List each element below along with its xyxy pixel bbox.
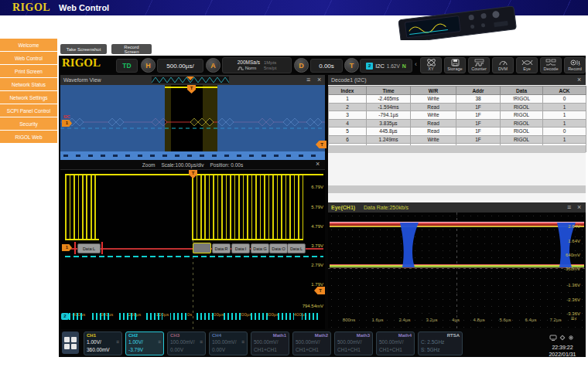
trigger-source-badge: 2	[366, 63, 373, 70]
system-icons	[549, 335, 576, 341]
zoom-title: Zoom	[142, 162, 156, 168]
cell-index: 4	[329, 119, 367, 128]
col-header-addr: Addr	[456, 87, 501, 95]
take-screenshot-button[interactable]: Take Screenshot	[60, 44, 107, 54]
acq-mode-icon	[238, 66, 244, 70]
ch3-status-box[interactable]: CH3 100.00mV/ = 0.00V	[167, 332, 206, 355]
zoom-decode1-badge[interactable]: 1	[62, 244, 72, 251]
sidebar-item-security[interactable]: Security	[0, 117, 57, 130]
ch3-coupling-icon: =	[200, 339, 203, 345]
math3-status-box[interactable]: Math3 500.00mV/ CH1+CH1	[334, 332, 373, 355]
decode-button[interactable]: Decode	[540, 57, 562, 73]
table-row[interactable]: 2-1.594msRead1FRIGOL1	[329, 103, 586, 111]
horizontal-knob[interactable]: H	[141, 58, 156, 73]
eye-t-label: 7.2µs	[545, 318, 566, 322]
gear-icon	[560, 335, 565, 340]
cell-wr: Read	[411, 103, 456, 111]
timebase-value[interactable]: 500.00µs/	[157, 59, 203, 73]
scale-label-2: 5.79V	[299, 205, 323, 209]
table-row[interactable]: 61.249msWrite1FRIGOL1	[329, 135, 586, 144]
eye-collapse-icon[interactable]: ≡‹	[571, 315, 576, 322]
eye-button[interactable]: Eye	[516, 57, 538, 73]
zoom-panel-body[interactable]: T 6.79V 5.79V 4.79V 3.79V 2.79V 1.79V 79…	[60, 169, 325, 329]
table-row[interactable]: 5445.8µsRead1FRIGOL0	[329, 128, 586, 136]
acquire-knob[interactable]: A	[206, 58, 220, 73]
waveform-navigator[interactable]	[152, 76, 229, 83]
math3-name: Math3	[357, 333, 370, 338]
math2-status-box[interactable]: Math2 500.00mV/ CH1+CH1	[292, 332, 331, 355]
trigger-info[interactable]: 2 I2C 1.62V N	[360, 59, 412, 73]
acq-mode: Norm	[245, 66, 257, 71]
trigger-level: 1.62V	[387, 63, 400, 69]
record-button[interactable]: Record	[564, 57, 586, 73]
xy-button[interactable]: XY	[420, 57, 442, 73]
delay-value[interactable]: 0.00s	[310, 59, 343, 73]
ch2-bottom-activity	[65, 313, 323, 320]
math2-scale: 500.00mV/	[296, 339, 320, 345]
sidebar-item-label: Security	[19, 121, 37, 127]
bus-protocol-label: I2C	[63, 114, 70, 119]
math4-scale: 500.00mV/	[379, 339, 403, 345]
eye-icon	[521, 59, 533, 66]
waveform-view-close-icon[interactable]: ×	[317, 76, 321, 83]
toolbar-scroll-right-icon[interactable]: ›	[578, 61, 580, 68]
cell-data: RIGOL	[501, 135, 543, 144]
sidebar-item-welcome[interactable]: Welcome	[0, 39, 57, 51]
eye-panel-close-icon[interactable]: ×	[577, 204, 581, 211]
sidebar-item-web-control[interactable]: Web Control	[0, 52, 57, 64]
math1-name: Math1	[273, 333, 286, 338]
eye-t-label: 800ns	[339, 318, 359, 322]
table-row[interactable]: 43.835µsRead1FRIGOL1	[329, 119, 586, 128]
trigger-type: I2C	[375, 63, 385, 70]
acquire-info[interactable]: 200MSa/s Norm 1Mpts 5ns/pt	[222, 57, 292, 73]
sidebar-item-rigol-web[interactable]: RIGOL Web	[0, 131, 57, 143]
col-header-data: Data	[501, 87, 543, 95]
math3-scale: 500.00mV/	[337, 339, 361, 345]
ch2-coupling-icon: =	[158, 339, 161, 345]
sidebar-item-scpi-panel-control[interactable]: SCPI Panel Control	[0, 104, 57, 117]
sidebar-item-label: Web Control	[15, 56, 43, 61]
zoom-trigger-level-tag[interactable]: T	[314, 287, 325, 294]
trigger-knob[interactable]: T	[344, 58, 359, 73]
cell-wr: Write	[411, 111, 456, 120]
channel-menu-button[interactable]	[62, 332, 79, 354]
counter-button[interactable]: Counter	[468, 57, 490, 73]
decode-data-box: Data:O	[269, 243, 288, 253]
ch2-status-box[interactable]: CH2 1.00V/ = -3.79V	[125, 332, 164, 355]
decode-panel-close-icon[interactable]: ×	[577, 76, 581, 83]
cell-data: RIGOL	[501, 103, 543, 111]
math1-scale: 500.00mV/	[254, 339, 278, 345]
ch2-name: CH2	[128, 333, 138, 338]
eye-panel-body[interactable]: 2.64V 1.64V 640mV -360mV -1.36V -2.36V -…	[328, 212, 586, 328]
ch3-offset: 0.00V	[170, 347, 183, 352]
scale-label-6: 1.79V	[299, 282, 323, 287]
math1-status-box[interactable]: Math1 500.00mV/ CH1+CH1	[251, 332, 289, 355]
waveform-view-menu-icon[interactable]: ≡	[306, 76, 310, 83]
ch1-burst-center	[192, 175, 303, 239]
storage-button[interactable]: Storage	[444, 57, 466, 73]
zoom-panel-close-icon[interactable]: ×	[316, 161, 320, 168]
oscilloscope-product-image	[385, 6, 540, 40]
record-screen-button[interactable]: Record Screen	[111, 44, 152, 54]
ch2-badge[interactable]: 2	[61, 313, 69, 320]
table-row[interactable]: 3-794.1µsWrite1FRIGOL1	[329, 111, 586, 120]
sidebar-item-network-settings[interactable]: Network Settings	[0, 91, 57, 104]
eye-panel-title: Eye(CH1)	[331, 205, 355, 210]
math4-status-box[interactable]: Math4 500.00mV/ CH1+CH1	[376, 332, 415, 355]
rtsa-status-box[interactable]: RTSA C: 2.5GHz S: 5GHz	[418, 332, 463, 355]
waveform-view-body[interactable]: I2C 1 T T	[60, 85, 325, 160]
table-row[interactable]: 1-2.465msWrite38!RIGOL0	[329, 95, 586, 104]
eye-panel-menu-icon[interactable]: ≡	[567, 204, 571, 211]
counter-icon	[473, 59, 485, 66]
dvm-button[interactable]: DVM	[492, 57, 514, 73]
eye-v-label: -1.36V	[559, 283, 580, 287]
ch4-status-box[interactable]: CH4 100.00mV/ = 0.00V	[209, 332, 248, 355]
sidebar-item-network-status[interactable]: Network Status	[0, 78, 57, 90]
toolbar-scroll-left-icon[interactable]: ‹	[415, 61, 417, 68]
math2-expr: CH1+CH1	[296, 347, 319, 352]
rtsa-center: C: 2.5GHz	[421, 339, 444, 345]
delay-knob[interactable]: D	[294, 58, 309, 73]
sidebar-item-print-screen[interactable]: Print Screen	[0, 65, 57, 77]
ch1-status-box[interactable]: CH1 1.00V/ = 360.00mV	[84, 332, 122, 355]
frame-tick-right	[101, 242, 103, 254]
